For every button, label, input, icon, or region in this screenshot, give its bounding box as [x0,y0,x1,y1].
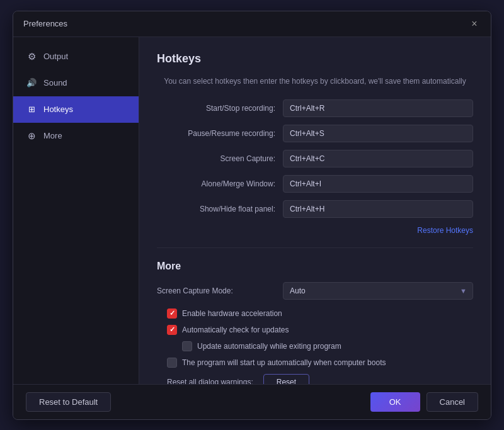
auto-update-label: Automatically check for updates [182,325,289,334]
reset-button[interactable]: Reset [263,374,309,384]
hotkey-row-pause-resume: Pause/Resume recording: [157,125,473,142]
hotkey-row-alone-merge: Alone/Merge Window: [157,175,473,193]
restore-hotkeys-link[interactable]: Restore Hotkeys [417,226,473,235]
screen-capture-select-wrapper: Auto Manual ▼ [283,282,473,300]
auto-exit-label: Update automatically while exiting progr… [197,342,341,351]
reset-row: Reset all dialog warnings: Reset [157,374,473,384]
screen-capture-mode-select[interactable]: Auto Manual [283,282,473,300]
hotkey-input-alone-merge[interactable] [283,175,473,193]
main-panel: Hotkeys You can select hotkeys then ente… [139,37,491,384]
hotkey-label-alone-merge: Alone/Merge Window: [157,179,283,188]
dialog-title: Preferences [23,19,67,28]
hotkeys-icon: ⊞ [26,104,37,115]
auto-boot-checkbox-row: The program will start up automatically … [157,358,473,368]
hw-accel-label: Enable hardware acceleration [182,309,282,318]
hotkey-input-show-hide[interactable] [283,200,473,218]
auto-update-check-mark: ✓ [169,325,175,334]
hotkey-label-show-hide: Show/Hide float panel: [157,205,283,213]
screen-capture-mode-label: Screen Capture Mode: [157,286,283,295]
sidebar-item-sound[interactable]: 🔊 Sound [13,70,139,96]
cancel-button[interactable]: Cancel [427,392,478,412]
hotkey-row-screen-capture: Screen Capture: [157,150,473,167]
hotkey-label-pause-resume: Pause/Resume recording: [157,129,283,138]
hotkey-row-show-hide: Show/Hide float panel: [157,200,473,218]
more-section-title: More [157,261,473,272]
auto-exit-checkbox-row: Update automatically while exiting progr… [157,341,473,351]
more-icon: ⊕ [26,130,37,142]
hotkey-input-start-stop[interactable] [283,99,473,117]
close-button[interactable]: × [468,18,481,30]
hotkey-row-start-stop: Start/Stop recording: [157,99,473,117]
title-bar: Preferences × [13,11,491,37]
hotkey-label-start-stop: Start/Stop recording: [157,104,283,113]
hotkeys-info: You can select hotkeys then enter the ho… [157,76,473,87]
sidebar-item-hotkeys[interactable]: ⊞ Hotkeys [13,96,139,123]
sound-icon: 🔊 [26,77,37,89]
sidebar-item-more-label: More [43,131,62,140]
reset-all-label: Reset all dialog warnings: [167,378,253,384]
auto-boot-label: The program will start up automatically … [182,358,386,367]
ok-button[interactable]: OK [370,392,420,412]
sidebar-item-more[interactable]: ⊕ More [13,123,139,149]
reset-to-default-button[interactable]: Reset to Default [26,392,111,412]
hw-accel-checkbox[interactable]: ✓ [167,308,177,319]
preferences-dialog: Preferences × ⚙ Output 🔊 Sound ⊞ Hotkeys… [13,11,491,420]
hotkey-input-screen-capture[interactable] [283,150,473,167]
auto-update-checkbox[interactable]: ✓ [167,325,177,335]
auto-update-checkbox-row: ✓ Automatically check for updates [157,325,473,335]
hw-accel-checkbox-row: ✓ Enable hardware acceleration [157,308,473,319]
footer-left: Reset to Default [26,392,111,412]
sidebar-item-sound-label: Sound [43,78,67,88]
screen-capture-mode-row: Screen Capture Mode: Auto Manual ▼ [157,282,473,300]
hw-accel-check-mark: ✓ [169,309,175,317]
hotkey-label-screen-capture: Screen Capture: [157,154,283,163]
content-area: ⚙ Output 🔊 Sound ⊞ Hotkeys ⊕ More Hotkey… [13,37,491,384]
auto-boot-checkbox[interactable] [167,358,177,368]
sidebar-item-output[interactable]: ⚙ Output [13,43,139,70]
sidebar-item-output-label: Output [43,52,68,61]
hotkeys-section-title: Hotkeys [157,52,473,65]
hotkey-input-pause-resume[interactable] [283,125,473,142]
sidebar-item-hotkeys-label: Hotkeys [43,105,73,114]
footer: Reset to Default OK Cancel [13,384,491,419]
output-icon: ⚙ [26,51,37,62]
auto-exit-checkbox[interactable] [182,341,192,351]
sidebar: ⚙ Output 🔊 Sound ⊞ Hotkeys ⊕ More [13,37,139,384]
footer-right: OK Cancel [370,392,478,412]
restore-link-container: Restore Hotkeys [157,225,473,235]
section-divider [157,247,473,248]
